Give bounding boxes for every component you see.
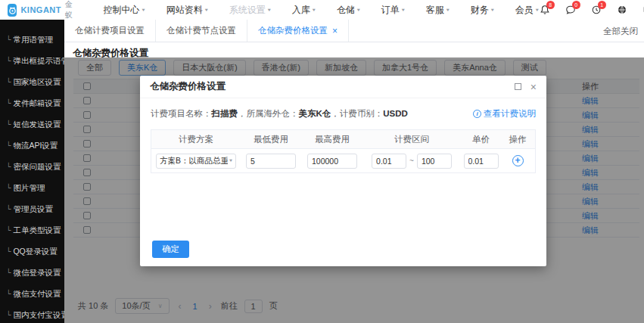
max-fee-input[interactable]	[307, 154, 357, 169]
info-segment: 美东K仓	[299, 109, 331, 118]
dialog-table: 计费方案最低费用最高费用计费区间单价操作 方案B：以商品总重 ▾	[151, 129, 536, 173]
unit-price-input[interactable]	[464, 154, 499, 169]
tab-2[interactable]: 仓储杂费价格设置×	[247, 20, 349, 42]
tree-branch-icon: └	[6, 71, 11, 92]
chevron-down-icon: ▾	[402, 7, 405, 12]
nav-menu-label: 仓储	[337, 4, 355, 17]
sidebar-item-12[interactable]: └微信支付设置	[0, 283, 64, 304]
tree-branch-icon: └	[6, 135, 11, 156]
info-icon: i	[473, 110, 481, 118]
sidebar-item-label: 弹出框提示语管理	[13, 50, 64, 71]
main-layout: └常用语管理└弹出框提示语管理└国家地区设置└发件邮箱设置└短信发送设置└物流A…	[0, 20, 644, 323]
info-segment: 扫描费	[212, 109, 238, 118]
tab-label: 仓储杂费价格设置	[258, 20, 328, 42]
sidebar-item-7[interactable]: └图片管理	[0, 177, 64, 198]
dialog-column-header-0: 计费方案	[151, 134, 241, 145]
dialog-table-header: 计费方案最低费用最高费用计费区间单价操作	[151, 130, 535, 149]
help-link-label: 查看计费说明	[484, 108, 536, 120]
sidebar-item-label: 国家地区设置	[13, 71, 61, 92]
brand-logo[interactable]: KINGANT 金蚁	[8, 0, 76, 20]
tree-branch-icon: └	[6, 198, 11, 219]
confirm-button[interactable]: 确定	[152, 241, 189, 258]
nav-menu-1[interactable]: 网站资料▾	[166, 4, 208, 17]
sidebar-item-label: 物流API设置	[13, 135, 58, 156]
sidebar-item-13[interactable]: └国内支付宝设置	[0, 304, 64, 323]
nav-menu-4[interactable]: 仓储▾	[337, 4, 360, 17]
tree-branch-icon: └	[6, 29, 11, 50]
range-to-input[interactable]	[417, 154, 452, 169]
chevron-down-icon: ▾	[491, 7, 494, 12]
nav-menu-5[interactable]: 订单▾	[381, 4, 405, 17]
globe-icon[interactable]	[616, 4, 629, 17]
tree-branch-icon: └	[6, 92, 11, 113]
sidebar-item-label: 微信登录设置	[13, 262, 61, 283]
nav-menu-2[interactable]: 系统设置▾	[229, 4, 271, 17]
sidebar-item-label: 密保问题设置	[13, 156, 61, 177]
sidebar-item-8[interactable]: └管理员设置	[0, 198, 64, 219]
sidebar-item-label: 管理员设置	[13, 198, 53, 219]
sidebar-item-3[interactable]: └发件邮箱设置	[0, 92, 64, 113]
nav-menu-6[interactable]: 客服▾	[426, 4, 450, 17]
dialog-table-row: 方案B：以商品总重 ▾ ~ +	[151, 149, 535, 172]
chevron-down-icon: ▾	[446, 7, 450, 12]
tree-branch-icon: └	[6, 262, 11, 283]
tab-bar: 仓储计费项目设置仓储计费节点设置仓储杂费价格设置×	[64, 20, 644, 42]
nav-menu-0[interactable]: 控制中心▾	[104, 4, 145, 17]
tab-label: 仓储计费节点设置	[166, 20, 236, 42]
dialog-column-header-5: 操作	[502, 134, 534, 145]
tab-0[interactable]: 仓储计费项目设置	[64, 20, 156, 42]
tree-branch-icon: └	[6, 177, 11, 198]
brand-ant-icon	[8, 4, 17, 17]
content-area: 仓储计费项目设置仓储计费节点设置仓储杂费价格设置× 全部关闭 仓储杂费价格设置 …	[64, 20, 644, 323]
history-badge: 1	[598, 1, 606, 9]
dialog-column-header-3: 计费区间	[363, 134, 460, 145]
nav-menu-8[interactable]: 会员▾	[515, 4, 539, 17]
sidebar-item-1[interactable]: └弹出框提示语管理	[0, 50, 64, 71]
billing-item-info: 计费项目名称：扫描费，所属海外仓：美东K仓，计费币别：USDD	[151, 109, 408, 118]
app-window: KINGANT 金蚁 控制中心▾网站资料▾系统设置▾入库▾仓储▾订单▾客服▾财务…	[0, 0, 644, 323]
dialog-column-header-2: 最高费用	[301, 134, 363, 145]
sidebar-item-9[interactable]: └工单类型设置	[0, 219, 64, 241]
nav-menu-7[interactable]: 财务▾	[471, 4, 494, 17]
price-setting-dialog: 仓储杂费价格设置 × 计费项目名称：扫描费，所属海外仓：美东K仓，计费币别：US…	[140, 76, 546, 266]
nav-menu-label: 系统设置	[229, 4, 266, 17]
view-billing-help-link[interactable]: i 查看计费说明	[473, 108, 536, 120]
messages-chat-icon[interactable]: 0	[565, 4, 577, 17]
close-all-tabs-button[interactable]: 全部关闭	[603, 20, 638, 42]
nav-menu-3[interactable]: 入库▾	[292, 4, 316, 17]
sidebar-item-2[interactable]: └国家地区设置	[0, 71, 64, 92]
nav-menu-label: 会员	[515, 4, 534, 17]
tab-close-icon[interactable]: ×	[332, 26, 338, 36]
sidebar-item-11[interactable]: └微信登录设置	[0, 262, 64, 283]
dialog-info-row: 计费项目名称：扫描费，所属海外仓：美东K仓，计费币别：USDD i 查看计费说明	[140, 98, 546, 128]
history-clock-icon[interactable]: 1	[590, 4, 603, 17]
sidebar-item-6[interactable]: └密保问题设置	[0, 156, 64, 177]
close-icon[interactable]: ×	[530, 82, 537, 92]
min-fee-input[interactable]	[246, 154, 296, 169]
sidebar-item-label: 常用语管理	[13, 29, 53, 50]
sidebar-item-4[interactable]: └短信发送设置	[0, 113, 64, 135]
navbar-right: 8 0 1 iadm	[539, 1, 644, 19]
tree-branch-icon: └	[6, 156, 11, 177]
sidebar-item-10[interactable]: └QQ登录设置	[0, 241, 64, 262]
chevron-down-icon: ▾	[142, 7, 145, 12]
sidebar-item-0[interactable]: └常用语管理	[0, 29, 64, 50]
sidebar-item-label: 图片管理	[13, 177, 45, 198]
nav-menu-label: 财务	[471, 4, 489, 17]
chat-badge: 0	[572, 1, 580, 9]
tab-1[interactable]: 仓储计费节点设置	[156, 20, 247, 42]
dialog-header: 仓储杂费价格设置 ×	[140, 76, 546, 98]
range-from-input[interactable]	[372, 154, 406, 169]
nav-menu-label: 客服	[426, 4, 444, 17]
notifications-bell-icon[interactable]: 8	[539, 4, 552, 17]
plan-select[interactable]: 方案B：以商品总重 ▾	[156, 154, 236, 169]
sidebar-item-label: 短信发送设置	[13, 113, 61, 135]
chevron-down-icon: ▾	[313, 7, 316, 12]
sidebar-item-5[interactable]: └物流API设置	[0, 135, 64, 156]
range-separator: ~	[409, 157, 414, 165]
info-segment: 计费项目名称：	[151, 109, 212, 118]
maximize-icon[interactable]	[515, 83, 521, 90]
add-row-plus-icon[interactable]: +	[512, 155, 524, 166]
chevron-down-icon: ▾	[205, 7, 208, 12]
dialog-column-header-1: 最低费用	[241, 134, 301, 145]
